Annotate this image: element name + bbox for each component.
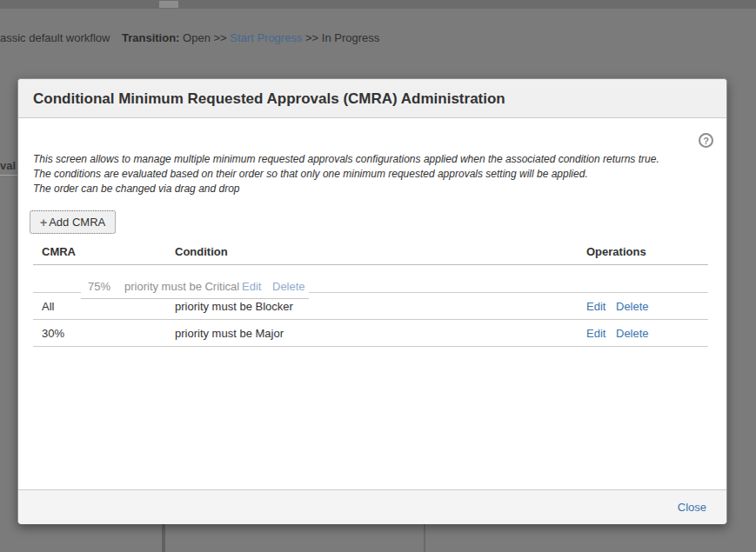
dragged-row-edit-link[interactable]: Edit bbox=[242, 276, 261, 297]
close-button[interactable]: Close bbox=[678, 490, 706, 525]
dialog-description: This screen allows to manage multiple mi… bbox=[33, 152, 694, 196]
background-tab-underline bbox=[0, 175, 19, 176]
description-line-3: The order can be changed via drag and dr… bbox=[33, 182, 694, 196]
row-edit-link[interactable]: Edit bbox=[586, 321, 605, 347]
header-condition: Condition bbox=[175, 243, 228, 262]
row-cmra-value: 30% bbox=[42, 321, 64, 347]
description-line-1: This screen allows to manage multiple mi… bbox=[33, 152, 694, 167]
cmra-table-header: CMRA Condition Operations bbox=[33, 243, 708, 265]
dialog-footer: Close bbox=[18, 489, 726, 524]
plus-icon: + bbox=[40, 216, 47, 229]
header-cmra: CMRA bbox=[42, 243, 76, 262]
dialog-title: Conditional Minimum Requested Approvals … bbox=[33, 79, 505, 118]
description-line-2: The conditions are evaluated based on th… bbox=[33, 167, 694, 182]
transition-from: Open >> bbox=[183, 31, 227, 44]
table-row[interactable]: 30% priority must be Major Edit Delete bbox=[33, 321, 708, 347]
screen: assic default workflow Transition: Open … bbox=[0, 0, 756, 552]
transition-breadcrumb: Transition: Open >> Start Progress >> In… bbox=[122, 31, 379, 44]
dragged-row-cmra-value: 75% bbox=[88, 276, 110, 297]
background-top-navbar bbox=[0, 0, 756, 9]
row-condition-value: priority must be Major bbox=[175, 321, 284, 347]
background-panel-divider-left bbox=[162, 524, 165, 552]
row-delete-link[interactable]: Delete bbox=[616, 294, 649, 320]
background-approvals-tab-fragment: val bbox=[0, 159, 16, 172]
transition-label: Transition: bbox=[122, 31, 179, 44]
help-icon[interactable]: ? bbox=[699, 133, 713, 148]
background-navbar-highlight bbox=[159, 1, 178, 8]
header-operations: Operations bbox=[586, 243, 646, 262]
row-edit-link[interactable]: Edit bbox=[586, 294, 605, 320]
row-cmra-value: All bbox=[42, 294, 54, 320]
dragged-row[interactable]: 75% priority must be Critical Edit Delet… bbox=[81, 276, 309, 299]
add-cmra-button-label: Add CMRA bbox=[49, 216, 105, 229]
start-progress-link[interactable]: Start Progress bbox=[230, 31, 302, 44]
transition-to: >> In Progress bbox=[305, 31, 379, 44]
dialog-header: Conditional Minimum Requested Approvals … bbox=[18, 79, 726, 118]
add-cmra-button[interactable]: + Add CMRA bbox=[30, 210, 116, 234]
workflow-name-label: assic default workflow bbox=[0, 31, 110, 44]
dragged-row-condition-value: priority must be Critical bbox=[124, 276, 239, 297]
cmra-admin-dialog: Conditional Minimum Requested Approvals … bbox=[17, 78, 727, 524]
row-delete-link[interactable]: Delete bbox=[616, 321, 649, 347]
dragged-row-delete-link[interactable]: Delete bbox=[272, 276, 305, 297]
background-panel-divider-right bbox=[424, 524, 425, 552]
